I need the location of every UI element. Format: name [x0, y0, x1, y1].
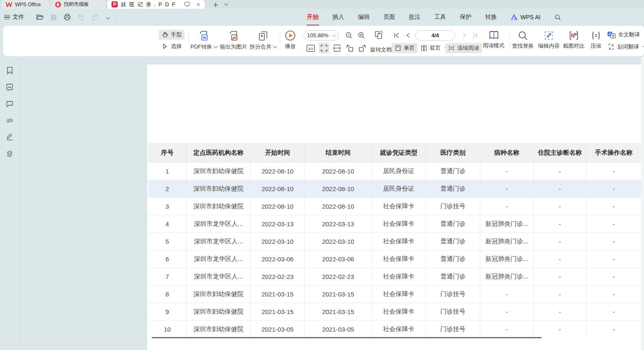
rotate-doc-label[interactable]: 旋转文档 [370, 46, 392, 54]
menu-item-comment[interactable]: 批注 [409, 13, 421, 21]
menu-item-tools[interactable]: 工具 [434, 13, 446, 21]
page-indicator-input[interactable]: 4/4 [415, 30, 455, 41]
table-cell: - [534, 303, 586, 320]
table-cell: - [534, 268, 586, 285]
chevron-down-icon [273, 44, 277, 49]
compress-button[interactable]: 压缩 [591, 31, 601, 50]
monitor-icon[interactable] [184, 2, 190, 7]
table-header-cell: 开始时间 [251, 143, 305, 162]
export-image-button[interactable]: 输出为图片 [220, 31, 247, 51]
hamburger-icon [4, 15, 10, 19]
table-cell: 社会保障卡 [372, 198, 426, 215]
open-file-button[interactable] [35, 13, 44, 21]
read-mode-button[interactable]: 阅读模式 [483, 30, 505, 49]
bookmark-panel-button[interactable] [5, 66, 14, 75]
divider [189, 32, 189, 50]
fit-page-icon [320, 44, 328, 52]
next-page-button[interactable] [459, 31, 469, 40]
find-replace-button[interactable]: 查找替换 [512, 31, 534, 50]
undo-history-chevron-icon[interactable] [106, 15, 110, 19]
menu-item-protect[interactable]: 保护 [460, 13, 472, 21]
actual-size-button[interactable]: 1:1 [306, 43, 315, 53]
save-button[interactable] [49, 13, 58, 21]
vertical-scrollbar-track[interactable] [641, 57, 644, 350]
redo-button[interactable] [91, 13, 99, 21]
tab-wps-office[interactable]: WPS Office [2, 0, 49, 9]
last-page-button[interactable] [470, 31, 479, 40]
print-button[interactable] [63, 13, 71, 21]
table-cell: 8 [148, 286, 187, 303]
fit-page-button[interactable] [319, 43, 330, 54]
table-cell: 2021-03-15 [305, 303, 372, 320]
save-icon [50, 14, 57, 21]
table-cell: 2022-08-10 [251, 163, 305, 180]
table-cell: 社会保障卡 [372, 233, 426, 250]
tab-docer-templates[interactable]: 找稻壳模板 [51, 0, 106, 9]
table-cell: - [534, 180, 586, 197]
menu-item-edit[interactable]: 编辑 [358, 13, 370, 21]
table-cell: 新冠肺炎门诊... [480, 250, 534, 268]
hand-tool-button[interactable]: 手型 [159, 30, 185, 40]
svg-text:A: A [611, 43, 614, 47]
screenshot-compare-button[interactable]: 截图对比 [563, 31, 585, 50]
edit-content-button[interactable]: 编辑内容 [538, 31, 560, 50]
table-cell: 1 [148, 163, 187, 180]
close-tab-icon[interactable]: ✕ [196, 2, 200, 8]
table-cell: - [534, 198, 586, 215]
wps-ai-button[interactable]: WPS AI [511, 14, 540, 20]
continuous-read-button[interactable]: 连续阅读 [445, 43, 482, 53]
menu-item-insert[interactable]: 插入 [332, 13, 344, 21]
single-page-button[interactable]: 单页 [392, 43, 418, 53]
double-page-label: 双页 [430, 44, 441, 52]
horizontal-scrollbar-thumb[interactable] [152, 337, 542, 338]
table-cell: 2022-03-10 [251, 233, 305, 250]
export-image-icon [228, 31, 239, 41]
comment-panel-button[interactable] [5, 99, 14, 108]
play-button[interactable]: 播放 [285, 30, 296, 50]
rotate-right-button[interactable] [357, 43, 367, 53]
zoom-out-button[interactable] [344, 31, 353, 40]
first-page-button[interactable] [392, 31, 401, 40]
table-cell: - [480, 180, 534, 197]
rotate-left-button[interactable] [345, 43, 354, 53]
table-cell: 深圳市妇幼保健院 [187, 286, 251, 303]
last-page-icon [472, 32, 479, 39]
single-page-icon [395, 45, 401, 51]
signature-panel-button[interactable] [5, 133, 14, 142]
table-row: 8深圳市妇幼保健院2021-03-152021-03-15社会保障卡门诊挂号--… [148, 285, 641, 303]
tab-list-chevron-icon[interactable] [224, 2, 228, 6]
table-header-row: 序号定点医药机构名称开始时间结束时间就诊凭证类型医疗类别病种名称住院主诊断名称手… [148, 143, 641, 162]
pdf-convert-button[interactable]: W PDF转换 [190, 31, 217, 51]
table-cell: - [586, 215, 641, 232]
table-cell: 2021-03-05 [251, 321, 305, 338]
rotate-left-icon [346, 44, 354, 52]
layers-panel-button[interactable] [5, 149, 14, 158]
file-menu-button[interactable]: 文件 [4, 13, 24, 21]
fit-width-button[interactable] [332, 43, 342, 53]
search-icon[interactable] [554, 14, 561, 21]
export-image-label: 输出为图片 [220, 43, 247, 51]
tab-document-pdf[interactable]: P 就医记录.PDF ✕ [107, 0, 205, 9]
document-viewport[interactable]: 序号定点医药机构名称开始时间结束时间就诊凭证类型医疗类别病种名称住院主诊断名称手… [20, 57, 644, 350]
tab-label: WPS Office [15, 2, 41, 8]
play-icon [285, 30, 296, 41]
folder-open-icon [36, 13, 43, 21]
select-tool-label: 选择 [171, 43, 182, 50]
menu-item-page[interactable]: 页面 [383, 13, 395, 21]
table-cell: 9 [148, 303, 187, 320]
full-translate-button[interactable]: A 全文翻译 [607, 31, 640, 38]
word-translate-button[interactable]: x A 划词翻译 [607, 43, 644, 51]
select-tool-button[interactable]: 选择 [159, 41, 185, 51]
attachment-panel-button[interactable] [5, 116, 14, 125]
previous-page-button[interactable] [403, 31, 413, 40]
layers-icon [6, 150, 13, 158]
undo-button[interactable] [77, 13, 85, 21]
swap-pages-button[interactable] [374, 30, 383, 39]
thumbnail-panel-button[interactable] [5, 82, 14, 92]
zoom-level-select[interactable]: 105.88% [304, 30, 339, 41]
split-merge-button[interactable]: 拆分合并 [250, 31, 276, 51]
menu-item-home[interactable]: 开始 [307, 13, 319, 21]
menu-item-convert[interactable]: 转换 [485, 13, 497, 21]
table-cell: 3 [148, 198, 187, 215]
zoom-in-button[interactable] [357, 31, 366, 40]
